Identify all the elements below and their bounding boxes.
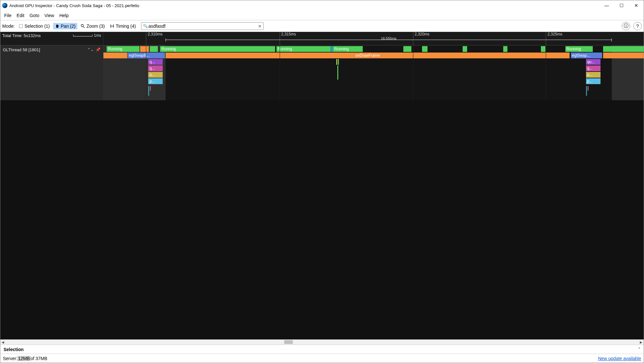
trace-slice[interactable]: o... [148,72,163,78]
trace-slice[interactable]: Running [276,46,331,52]
track-header[interactable]: GLThread 58 [1801] ⌃⌄ 📌 [0,45,103,100]
timing-icon [110,24,114,28]
clear-search-icon[interactable]: ✕ [258,24,262,28]
mode-timing-label: Timing (4) [116,24,136,29]
trace-slice-thin[interactable] [336,59,337,65]
trace-slice[interactable]: q... [148,65,163,71]
grid-line [413,45,413,100]
help-icon: ? [636,23,639,29]
mode-timing-button[interactable]: Timing (4) [108,23,138,29]
trace-slice[interactable]: Running [160,46,275,52]
trace-slice[interactable]: q... [148,59,163,65]
mode-pan-button[interactable]: Pan (2) [53,23,78,29]
trace-slice-thin[interactable] [148,86,149,96]
track-name: GLThread 58 [1801] [3,47,40,52]
trace-slice[interactable]: Running [565,46,593,52]
trace-slice[interactable]: onDrawFrame [166,53,570,58]
ruler-tick: 2,310ms [146,32,162,45]
trace-slice[interactable] [603,53,644,58]
svg-line-2 [83,26,84,27]
grid-line [146,45,146,100]
scroll-right-arrow-icon[interactable]: ▶ [639,340,644,344]
scroll-left-arrow-icon[interactable]: ◀ [0,340,5,344]
time-ruler-row: Total Time: 5s132ms 1ms 2,310ms2,315ms2,… [0,32,644,45]
scale-indicator: 1ms [73,33,101,38]
horizontal-scrollbar[interactable]: ◀ ▶ [0,339,644,345]
total-time-label: Total Time: 5s132ms [2,33,41,38]
trace-slice[interactable] [150,46,158,52]
trace-slice[interactable] [330,46,333,52]
pin-icon[interactable]: 📌 [96,47,101,52]
trace-slice[interactable] [422,46,428,52]
trace-slice-thin[interactable] [338,59,339,65]
trace-slice-thin[interactable] [150,86,151,91]
chevron-up-icon[interactable]: ˄ [638,347,640,352]
mode-selection-label: Selection (1) [24,24,50,29]
ruler-left-panel: Total Time: 5s132ms 1ms [0,32,103,45]
trace-slice[interactable]: o... [586,72,601,78]
trace-slice[interactable]: eglSwap... [571,53,602,58]
trace-slice-thin[interactable] [337,65,338,80]
svg-point-1 [81,24,83,26]
minimize-icon: — [604,3,609,8]
trace-slice[interactable] [140,46,149,52]
trace-slice[interactable] [503,46,507,52]
menu-view[interactable]: View [42,12,57,19]
trace-slice[interactable]: Running [107,46,139,52]
scrollbar-thumb[interactable] [284,340,293,344]
trace-slice[interactable] [603,46,644,52]
track-canvas[interactable]: RunningRunningRunningRunningRunningeglSw… [103,45,644,100]
minimize-button[interactable]: — [599,0,614,11]
trace-slice[interactable]: qu... [586,59,601,65]
selection-panel-header[interactable]: Selection ˄ [0,345,644,354]
scale-bar-icon [73,34,92,36]
statusbar: Server: 12MB of 37MB New update availabl… [0,354,644,363]
trace-slice[interactable]: q... [586,65,601,71]
zoom-icon [81,24,85,28]
app-icon [2,3,7,8]
ruler-tick: 2,325ms [546,32,562,45]
trace-slice[interactable] [463,46,467,52]
mode-toolbar: Mode: Selection (1) Pan (2) Zoom (3) Tim… [0,20,644,32]
grid-line [280,45,280,100]
info-icon: ⓘ [624,23,629,29]
grid-line [546,45,546,100]
timeline-area: Total Time: 5s132ms 1ms 2,310ms2,315ms2,… [0,32,644,339]
trace-slice-thin[interactable] [588,86,589,91]
search-input[interactable] [141,22,264,30]
time-ruler[interactable]: 2,310ms2,315ms2,320ms2,325ms16.555ms [103,32,644,45]
selection-panel-title: Selection [4,347,24,352]
mode-label: Mode: [2,24,15,29]
info-button[interactable]: ⓘ [622,22,630,30]
mode-selection-button[interactable]: Selection (1) [17,23,52,29]
menubar: File Edit Goto View Help [0,11,644,20]
search-icon: 🔍 [143,24,148,28]
menu-help[interactable]: Help [57,12,71,19]
help-button[interactable]: ? [633,22,642,30]
scale-value: 1ms [94,33,101,38]
app-window: Android GPU Inspector - Candy Crush Soda… [0,0,644,363]
trace-slice-thin[interactable] [586,86,587,96]
collapse-icon[interactable]: ⌃⌄ [87,47,94,52]
menu-edit[interactable]: Edit [14,12,27,19]
menu-goto[interactable]: Goto [27,12,42,19]
ruler-tick: 2,320ms [413,32,429,45]
close-button[interactable]: ✕ [629,0,644,11]
scrollbar-track[interactable] [5,339,639,345]
trace-slice[interactable] [541,46,545,52]
trace-slice[interactable]: p... [148,78,163,84]
trace-slice[interactable]: Running [333,46,363,52]
trace-slice[interactable]: p... [586,78,601,84]
mode-zoom-button[interactable]: Zoom (3) [79,23,107,29]
menu-file[interactable]: File [2,12,14,19]
update-link[interactable]: New update available [598,356,641,361]
maximize-icon: ☐ [620,3,624,8]
mode-zoom-label: Zoom (3) [86,24,105,29]
window-title: Android GPU Inspector - Candy Crush Soda… [9,3,139,8]
trace-slice[interactable] [403,46,411,52]
maximize-button[interactable]: ☐ [614,0,629,11]
trace-slice[interactable] [103,53,127,58]
ruler-tick: 2,315ms [280,32,296,45]
selection-icon [19,24,23,28]
search-field-wrap: 🔍 ✕ [141,22,264,30]
